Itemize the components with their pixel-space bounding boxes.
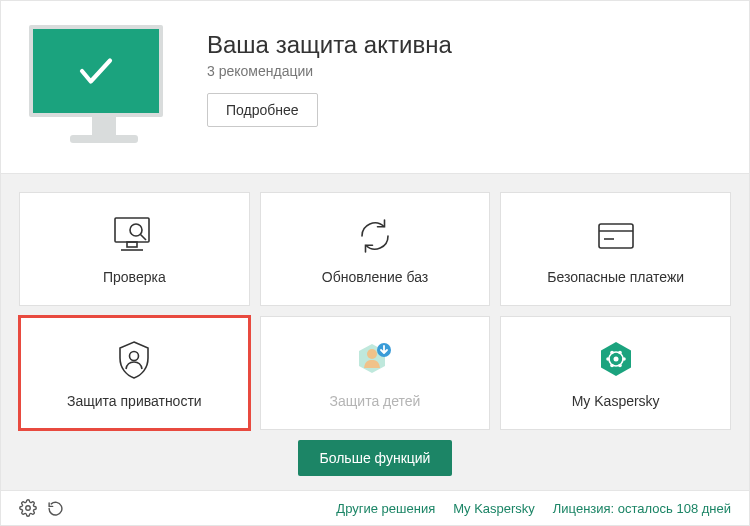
tile-label: Обновление баз [322,269,428,285]
tile-label: My Kaspersky [572,393,660,409]
more-functions-button[interactable]: Больше функций [298,440,453,476]
svg-point-19 [610,364,614,368]
tile-update[interactable]: Обновление баз [260,192,491,306]
footer-link-other[interactable]: Другие решения [336,501,435,516]
footer-link-license[interactable]: Лицензия: осталось 108 дней [553,501,731,516]
status-title: Ваша защита активна [207,31,452,59]
scan-icon [109,213,159,259]
svg-point-14 [613,357,618,362]
svg-point-8 [130,352,139,361]
svg-point-10 [367,349,377,359]
more-button-row: Больше функций [19,430,731,482]
tile-scan[interactable]: Проверка [19,192,250,306]
svg-point-21 [26,506,31,511]
settings-icon[interactable] [19,499,37,517]
update-icon [353,213,397,259]
kids-icon [352,337,398,383]
checkmark-icon [75,50,117,92]
status-subtitle: 3 рекомендации [207,63,452,79]
tile-safe-money[interactable]: Безопасные платежи [500,192,731,306]
svg-point-16 [622,357,626,361]
privacy-icon [112,337,156,383]
tiles-grid: Проверка Обновление баз [19,192,731,430]
refresh-icon[interactable] [47,500,64,517]
svg-line-4 [141,235,147,241]
footer-right: Другие решения My Kaspersky Лицензия: ос… [336,501,731,516]
tile-label: Безопасные платежи [547,269,684,285]
svg-point-3 [130,224,142,236]
tiles-area: Проверка Обновление баз [1,174,749,490]
tile-parental[interactable]: Защита детей [260,316,491,430]
svg-point-18 [618,351,622,355]
tile-label: Защита детей [330,393,421,409]
svg-rect-5 [599,224,633,248]
details-button[interactable]: Подробнее [207,93,318,127]
card-icon [592,213,640,259]
mykaspersky-icon [594,337,638,383]
footer-left [19,499,64,517]
footer-link-mykaspersky[interactable]: My Kaspersky [453,501,535,516]
tile-privacy[interactable]: Защита приватности [19,316,250,430]
svg-point-15 [606,357,610,361]
tile-label: Проверка [103,269,166,285]
tile-mykaspersky[interactable]: My Kaspersky [500,316,731,430]
status-text: Ваша защита активна 3 рекомендации Подро… [207,25,452,127]
footer: Другие решения My Kaspersky Лицензия: ос… [1,490,749,525]
svg-rect-1 [127,242,137,247]
tile-label: Защита приватности [67,393,202,409]
app-window: Ваша защита активна 3 рекомендации Подро… [0,0,750,526]
status-monitor-icon [29,25,179,155]
status-header: Ваша защита активна 3 рекомендации Подро… [1,1,749,174]
svg-point-20 [618,364,622,368]
svg-point-17 [610,351,614,355]
